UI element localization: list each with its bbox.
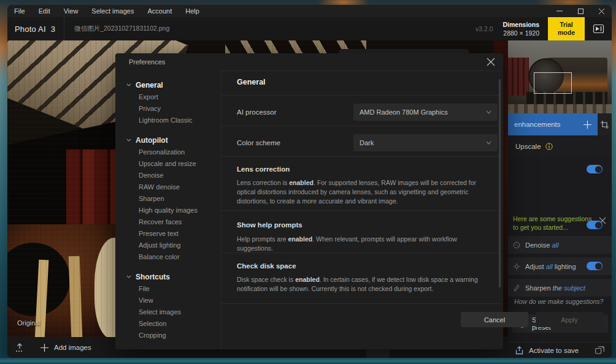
sidebar-item-label: Sharpen — [139, 195, 164, 202]
dialog-scrollbar[interactable] — [499, 79, 501, 287]
chevron-down-icon — [486, 110, 491, 114]
preferences-content: General AI processor AMD Radeon 780M Gra… — [221, 70, 501, 349]
dialog-close-button[interactable] — [479, 53, 503, 70]
menu-file[interactable]: File — [14, 7, 25, 15]
sidebar-item-lightroom-classic[interactable]: Lightroom Classic — [115, 114, 221, 126]
dimensions-label: Dimensions — [502, 20, 539, 29]
current-filename: 微信图片_202310271831102.png — [74, 25, 169, 33]
suggestion-denoise[interactable]: Denoise all — [508, 236, 612, 254]
plus-icon[interactable] — [583, 121, 591, 129]
sidebar-item-label: High quality images — [139, 207, 198, 214]
check-disk-space-description: Disk space check is enabled. In certain … — [237, 275, 485, 294]
trial-mode-badge[interactable]: Trial mode — [548, 17, 585, 40]
minimize-button[interactable] — [549, 5, 570, 17]
sidebar-item-personalization[interactable]: Personalization — [115, 146, 221, 157]
sidebar-item-label: Recover faces — [139, 218, 182, 226]
ai-processor-select[interactable]: AMD Radeon 780M Graphics — [353, 104, 498, 121]
sidebar-item-label: Denoise — [139, 172, 163, 179]
toggle-panel-button[interactable] — [585, 17, 612, 40]
sidebar-item-sharpen[interactable]: Sharpen — [115, 192, 221, 204]
sidebar-item-selection[interactable]: Selection — [115, 317, 221, 329]
suggestion-text: Adjust — [525, 263, 546, 270]
close-window-button[interactable] — [591, 5, 612, 17]
compare-icon[interactable] — [595, 346, 604, 354]
apply-button[interactable]: Apply — [536, 312, 603, 327]
crop-icon — [601, 121, 609, 129]
crop-button[interactable] — [598, 113, 612, 135]
plus-icon — [40, 344, 48, 352]
upscale-filter-label: Upscale — [515, 143, 541, 150]
sidebar-item-adjust-lighting[interactable]: Adjust lighting — [115, 239, 221, 251]
sidebar-section-autopilot[interactable]: Autopilot — [115, 134, 221, 146]
ai-processor-label: AI processor — [237, 108, 277, 116]
suggestion-sharpen[interactable]: Sharpen the subject — [508, 279, 612, 297]
sidebar-item-file[interactable]: File — [115, 282, 221, 294]
add-images-button[interactable]: Add images — [32, 337, 100, 358]
sidebar-item-balance-color[interactable]: Balance color — [115, 251, 221, 262]
sharpen-icon — [513, 284, 520, 292]
sidebar-item-denoise[interactable]: Denoise — [115, 169, 221, 181]
suggestion-text: Sharpen — [525, 284, 553, 292]
navigator-thumbnail[interactable] — [508, 40, 612, 113]
sidebar-item-label: View — [139, 297, 153, 304]
dialog-header: Preferences — [115, 53, 503, 70]
upload-arrow-icon — [15, 343, 24, 352]
lens-correction-label: Lens correction — [237, 165, 290, 173]
preferences-sidebar: General Export Privacy Lightroom Classic… — [115, 70, 221, 349]
menu-select-images[interactable]: Select images — [91, 7, 134, 15]
sidebar-item-export[interactable]: Export — [115, 91, 221, 102]
denoise-icon — [513, 241, 520, 249]
sidebar-item-upscale-and-resize[interactable]: Upscale and resize — [115, 157, 221, 169]
suggestion-text-italic: the — [553, 284, 564, 292]
export-button[interactable] — [7, 337, 32, 358]
show-help-prompts-toggle[interactable] — [587, 221, 603, 229]
app-name: Photo AI — [15, 25, 46, 34]
title-bar: Photo AI 3 微信图片_202310271831102.png v3.2… — [7, 17, 612, 40]
menu-edit[interactable]: Edit — [39, 7, 50, 15]
suggestions-heading: Here are some suggestions to get you sta… — [513, 215, 596, 232]
sidebar-item-preserve-text[interactable]: Preserve text — [115, 227, 221, 239]
sidebar-item-label: Personalization — [139, 148, 185, 156]
check-disk-space-label: Check disk space — [237, 262, 296, 270]
how-suggestions-link[interactable]: How do we make suggestions? — [514, 298, 603, 305]
check-disk-space-toggle[interactable] — [587, 262, 603, 270]
ai-processor-value: AMD Radeon 780M Graphics — [360, 108, 448, 116]
sidebar-item-label: Upscale and resize — [139, 160, 196, 167]
menu-help[interactable]: Help — [185, 7, 199, 15]
sidebar-section-general[interactable]: General — [115, 79, 221, 91]
sidebar-item-privacy[interactable]: Privacy — [115, 102, 221, 114]
upscale-filter-row[interactable]: Upscale — [508, 135, 612, 157]
sidebar-item-label: Privacy — [139, 105, 161, 112]
enhancements-bar[interactable]: enhancements — [508, 113, 598, 135]
sidebar-item-label: Selection — [139, 320, 166, 327]
sidebar-item-cropping[interactable]: Cropping — [115, 329, 221, 341]
sidebar-section-shortcuts[interactable]: Shortcuts — [115, 271, 221, 282]
activate-to-save-button[interactable]: Activate to save — [529, 347, 579, 354]
chevron-down-icon — [126, 83, 131, 86]
menu-view[interactable]: View — [64, 7, 79, 15]
titlebar-separator — [64, 17, 64, 40]
sidebar-item-select-images[interactable]: Select images — [115, 306, 221, 317]
info-icon[interactable] — [545, 143, 553, 150]
suggestion-scope: subject — [564, 284, 585, 292]
sidebar-item-label: Preserve text — [139, 230, 179, 237]
thumbnail-art — [508, 58, 529, 96]
navigator-viewport-rect[interactable] — [534, 72, 572, 94]
share-up-icon — [515, 346, 523, 355]
main-area: Upscale Original — [7, 40, 612, 358]
lens-correction-toggle[interactable] — [587, 165, 603, 173]
sidebar-item-label: Lightroom Classic — [139, 116, 192, 124]
sidebar-item-label: Adjust lighting — [139, 241, 181, 249]
color-scheme-select[interactable]: Dark — [353, 134, 498, 151]
sidebar-item-recover-faces[interactable]: Recover faces — [115, 216, 221, 227]
menu-account[interactable]: Account — [147, 7, 172, 15]
cancel-button[interactable]: Cancel — [461, 312, 528, 327]
dimensions-value: 2880 × 1920 — [502, 29, 539, 37]
sidebar-section-label: Autopilot — [136, 136, 168, 145]
sidebar-item-high-quality-images[interactable]: High quality images — [115, 204, 221, 216]
app-title: Photo AI 3 — [7, 25, 55, 34]
menu-bar: File Edit View Select images Account Hel… — [7, 5, 612, 17]
sidebar-item-raw-denoise[interactable]: RAW denoise — [115, 181, 221, 192]
maximize-button[interactable] — [570, 5, 591, 17]
sidebar-item-view[interactable]: View — [115, 294, 221, 306]
